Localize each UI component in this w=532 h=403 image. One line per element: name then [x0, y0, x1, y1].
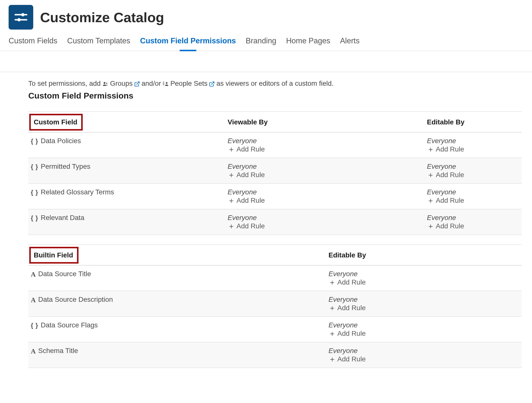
viewable-everyone: Everyone — [228, 137, 427, 145]
viewable-by-header: Viewable By — [228, 118, 427, 126]
editable-add-rule-button[interactable]: ＋ Add Rule — [329, 304, 519, 312]
external-link-icon[interactable] — [209, 80, 215, 87]
builtin-fields-table: Builtin Field Editable By A Data Source … — [28, 244, 522, 368]
plus-icon: ＋ — [228, 222, 235, 230]
editable-add-rule-button[interactable]: ＋ Add Rule — [427, 222, 519, 230]
plus-icon: ＋ — [228, 171, 235, 179]
intro-prefix: To set permissions, add — [28, 80, 101, 87]
editable-everyone: Everyone — [427, 137, 519, 145]
tab-home-pages[interactable]: Home Pages — [286, 36, 330, 51]
add-rule-label: Add Rule — [337, 304, 366, 312]
add-rule-label: Add Rule — [436, 145, 464, 153]
external-link-icon[interactable] — [134, 80, 140, 87]
intro-text: To set permissions, add Groups — [28, 80, 522, 87]
table-row: { } Data Policies Everyone ＋ Add Rule Ev… — [28, 133, 522, 158]
svg-rect-9 — [163, 82, 164, 82]
editable-add-rule-button[interactable]: ＋ Add Rule — [427, 197, 519, 204]
editable-everyone: Everyone — [427, 163, 519, 170]
svg-point-6 — [104, 82, 105, 84]
field-name: Permitted Types — [41, 163, 90, 170]
editable-everyone: Everyone — [329, 347, 519, 355]
table-row: { } Related Glossary Terms Everyone ＋ Ad… — [28, 184, 522, 209]
field-name: Data Source Title — [38, 270, 91, 278]
editable-by-header: Editable By — [427, 118, 519, 126]
svg-rect-11 — [163, 84, 164, 85]
viewable-everyone: Everyone — [228, 188, 427, 196]
custom-table-header-row: Custom Field Viewable By Editable By — [28, 111, 522, 133]
add-rule-label: Add Rule — [337, 278, 366, 286]
object-field-icon: { } — [31, 214, 38, 222]
editable-everyone: Everyone — [427, 188, 519, 196]
tab-alerts[interactable]: Alerts — [340, 36, 360, 51]
intro-suffix: as viewers or editors of a custom field. — [216, 80, 333, 87]
editable-by-header: Editable By — [329, 251, 519, 259]
intro-mid: and/or — [141, 80, 161, 87]
text-field-icon: A — [31, 347, 36, 355]
editable-add-rule-button[interactable]: ＋ Add Rule — [329, 330, 519, 337]
settings-icon — [9, 5, 33, 30]
field-name: Schema Title — [38, 347, 78, 355]
tab-branding[interactable]: Branding — [246, 36, 276, 51]
editable-add-rule-button[interactable]: ＋ Add Rule — [329, 355, 519, 363]
svg-line-8 — [137, 82, 139, 84]
svg-point-12 — [166, 82, 168, 84]
viewable-everyone: Everyone — [228, 163, 427, 170]
add-rule-label: Add Rule — [236, 171, 265, 179]
editable-add-rule-button[interactable]: ＋ Add Rule — [427, 145, 519, 153]
table-row: { } Permitted Types Everyone ＋ Add Rule … — [28, 158, 522, 184]
svg-point-7 — [106, 83, 107, 84]
plus-icon: ＋ — [329, 330, 336, 337]
editable-everyone: Everyone — [329, 321, 519, 329]
add-rule-label: Add Rule — [337, 330, 366, 337]
groups-link-label[interactable]: Groups — [110, 80, 133, 87]
field-name: Data Source Description — [38, 296, 113, 303]
add-rule-label: Add Rule — [236, 145, 265, 153]
viewable-add-rule-button[interactable]: ＋ Add Rule — [228, 197, 427, 204]
add-rule-label: Add Rule — [436, 171, 464, 179]
plus-icon: ＋ — [228, 197, 235, 204]
custom-fields-table: Custom Field Viewable By Editable By { }… — [28, 111, 522, 235]
tab-custom-fields[interactable]: Custom Fields — [9, 36, 57, 51]
tab-custom-field-permissions[interactable]: Custom Field Permissions — [140, 36, 236, 51]
viewable-everyone: Everyone — [228, 214, 427, 222]
svg-rect-10 — [163, 83, 164, 84]
text-field-icon: A — [31, 270, 36, 278]
plus-icon: ＋ — [427, 222, 434, 230]
object-field-icon: { } — [31, 189, 38, 196]
spacer-bar — [0, 51, 532, 72]
add-rule-label: Add Rule — [236, 222, 265, 230]
add-rule-label: Add Rule — [436, 222, 464, 230]
editable-add-rule-button[interactable]: ＋ Add Rule — [427, 171, 519, 179]
editable-add-rule-button[interactable]: ＋ Add Rule — [329, 278, 519, 286]
object-field-icon: { } — [31, 163, 38, 171]
plus-icon: ＋ — [427, 171, 434, 179]
table-row: A Data Source Description Everyone ＋ Add… — [28, 291, 522, 317]
table-row: { } Relevant Data Everyone ＋ Add Rule Ev… — [28, 209, 522, 235]
page-title: Customize Catalog — [40, 9, 164, 25]
page-header: Customize Catalog — [0, 0, 532, 32]
tab-custom-templates[interactable]: Custom Templates — [67, 36, 130, 51]
editable-everyone: Everyone — [329, 270, 519, 278]
viewable-add-rule-button[interactable]: ＋ Add Rule — [228, 171, 427, 179]
add-rule-label: Add Rule — [337, 355, 366, 363]
object-field-icon: { } — [31, 322, 38, 329]
plus-icon: ＋ — [228, 146, 235, 153]
editable-everyone: Everyone — [329, 296, 519, 303]
field-name: Relevant Data — [41, 214, 84, 222]
people-sets-link-label[interactable]: People Sets — [170, 80, 207, 87]
content-area: To set permissions, add Groups — [0, 72, 522, 368]
editable-everyone: Everyone — [427, 214, 519, 222]
tabs-bar: Custom FieldsCustom TemplatesCustom Fiel… — [0, 32, 532, 51]
people-sets-icon — [162, 80, 169, 87]
groups-icon — [102, 80, 109, 87]
table-row: A Data Source Title Everyone ＋ Add Rule — [28, 266, 522, 291]
plus-icon: ＋ — [329, 279, 336, 286]
viewable-add-rule-button[interactable]: ＋ Add Rule — [228, 222, 427, 230]
plus-icon: ＋ — [427, 197, 434, 204]
viewable-add-rule-button[interactable]: ＋ Add Rule — [228, 145, 427, 153]
custom-field-header: Custom Field — [29, 114, 83, 131]
object-field-icon: { } — [31, 137, 38, 145]
add-rule-label: Add Rule — [436, 197, 464, 204]
field-name: Data Source Flags — [41, 321, 98, 329]
plus-icon: ＋ — [329, 304, 336, 312]
